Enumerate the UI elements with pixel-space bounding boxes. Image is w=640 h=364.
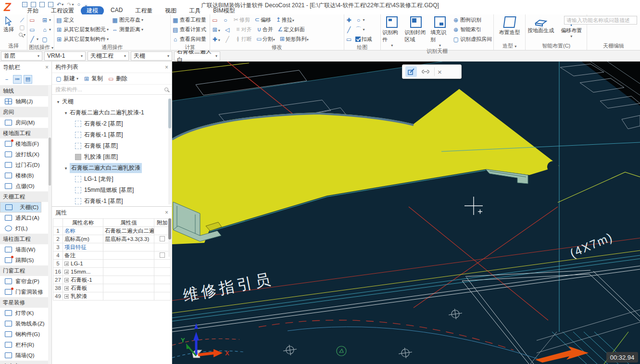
- tree-node-group1[interactable]: ▾石膏板二遍大白二遍乳胶漆-1: [52, 107, 172, 118]
- recognize-component-button[interactable]: 识别构件▾: [382, 15, 402, 48]
- draw-circle-button[interactable]: ○▾: [355, 15, 372, 25]
- nav-item-stairs[interactable]: 楼梯(B): [0, 170, 51, 181]
- draw-arc-button[interactable]: ⌒▾: [355, 25, 372, 34]
- define-button[interactable]: ▤定义: [56, 15, 109, 25]
- generate-by-floor-button[interactable]: 按地面生成: [527, 15, 555, 42]
- category-select[interactable]: 天棚工程▾: [88, 51, 129, 61]
- tree-node-ceiling[interactable]: ▾天棚: [52, 96, 172, 107]
- group-label-shape[interactable]: 造型 ▾: [495, 42, 524, 50]
- annotate-edit-button[interactable]: [405, 66, 417, 77]
- nav-close-icon[interactable]: ×: [45, 64, 49, 71]
- properties-scrollbar[interactable]: [168, 218, 171, 257]
- mirror-button[interactable]: ◁: [224, 26, 231, 33]
- virtual-room-button[interactable]: ▢识别虚拟房间: [452, 35, 492, 44]
- frame-pick-button[interactable]: ▭: [29, 25, 38, 34]
- expand-icon[interactable]: [64, 262, 69, 266]
- tree-leaf[interactable]: 石膏板-1 [基层]: [52, 129, 172, 140]
- push-pull-button[interactable]: ↥推拉▾: [275, 16, 294, 24]
- component-list-close-icon[interactable]: ×: [165, 64, 168, 71]
- delete-button[interactable]: ▭: [212, 17, 218, 24]
- tree-leaf[interactable]: 石膏板 [基层]: [52, 140, 172, 151]
- prop-row-features[interactable]: 3 项目特征: [53, 243, 171, 251]
- nav-item-partition[interactable]: 隔墙(Q): [0, 350, 51, 361]
- nav-item-skirting[interactable]: 踢脚(S): [0, 255, 51, 265]
- paste-icon[interactable]: ▢: [19, 24, 25, 31]
- nav-item-axis-grid[interactable]: 轴网(J): [0, 96, 51, 107]
- draw-point-button[interactable]: ✚: [346, 15, 352, 25]
- delete-drawing-button[interactable]: ▭: [29, 15, 38, 25]
- grid-tool-button[interactable]: ⊞▾: [41, 15, 51, 25]
- nav-item-trim-line[interactable]: 装饰线条(Z): [0, 318, 51, 329]
- component-select[interactable]: 石膏板二遍大白▾: [174, 51, 220, 61]
- expand-icon[interactable]: [64, 270, 69, 274]
- save-element-button[interactable]: ▦图元存盘▾: [112, 15, 143, 25]
- rotate-button[interactable]: ○: [222, 17, 229, 24]
- copy-component-button[interactable]: ⊞复制: [83, 75, 103, 83]
- offset-button[interactable]: ⊂偏移: [254, 16, 271, 24]
- nav-item-steel[interactable]: 钢构件(G): [0, 329, 51, 339]
- floor-select[interactable]: 首层▾: [1, 51, 42, 61]
- prop-row-lg1[interactable]: 5 LG-1: [53, 260, 171, 268]
- tree-leaf[interactable]: 15mm阻燃板 [基层]: [52, 185, 172, 196]
- view-room-quantity-button[interactable]: ⌂查看房间量: [172, 35, 206, 44]
- prop-row-gypsum[interactable]: 38 石膏板: [53, 284, 171, 292]
- select-button[interactable]: 选择: [1, 15, 16, 42]
- nav-item-light[interactable]: 灯(L): [0, 223, 51, 234]
- place-shape-button[interactable]: 布置造型: [495, 15, 524, 42]
- copy-button[interactable]: ⊞▾: [212, 26, 220, 33]
- smart-index-button[interactable]: ⊕智能索引: [452, 25, 492, 34]
- component-search[interactable]: [52, 85, 172, 95]
- nav-card-view-icon[interactable]: ▤: [24, 75, 32, 84]
- nav-scrollbar[interactable]: [48, 86, 51, 364]
- merge-button[interactable]: ∪合并: [256, 26, 273, 33]
- move-button[interactable]: ✚▾: [212, 36, 220, 43]
- fill-recognize-button[interactable]: 填充识别▾: [430, 15, 450, 48]
- align-button[interactable]: ≡对齐: [235, 26, 252, 33]
- expand-icon[interactable]: [64, 294, 69, 299]
- nav-item-opening-decor[interactable]: 门窗洞装修: [0, 287, 51, 297]
- nav-item-threshold-stone[interactable]: 过门石(D): [0, 160, 51, 170]
- copy-components-from-layer-button[interactable]: ⊞从其它层复制构件▾: [56, 35, 109, 44]
- new-component-button[interactable]: ▢新建▾: [55, 75, 78, 83]
- prop-row-15mm[interactable]: 16 15mm...: [53, 268, 171, 276]
- type-select[interactable]: 天棚▾: [131, 51, 172, 61]
- nav-item-light-strip[interactable]: 灯带(K): [0, 308, 51, 318]
- tree-node-group2-selected[interactable]: ▾石膏板二遍大白二遍乳胶漆: [52, 163, 172, 174]
- annotate-link-button[interactable]: [420, 66, 431, 77]
- function-search-input[interactable]: [564, 16, 637, 25]
- nav-item-floor[interactable]: 楼地面(F): [0, 138, 51, 149]
- pick-icon[interactable]: ⟋: [19, 17, 25, 24]
- nav-item-curtain-box[interactable]: 窗帘盒(P): [0, 276, 51, 287]
- expand-icon[interactable]: [64, 278, 69, 282]
- prop-row-elevation[interactable]: 2 底标高(m) 层底标高+3.3(3.3): [53, 235, 171, 243]
- component-search-input[interactable]: [55, 87, 151, 92]
- define-slope-button[interactable]: ∠定义斜面: [277, 26, 305, 33]
- view-quantity-button[interactable]: ▦查看工程量: [172, 15, 206, 25]
- delete-component-button[interactable]: ▭删除: [108, 75, 127, 83]
- nav-item-wall[interactable]: 墙面(W): [0, 244, 51, 255]
- batch-select-icon[interactable]: ▾: [19, 31, 25, 38]
- legend-recognize-button[interactable]: ⊕图例识别: [452, 15, 492, 25]
- attach-checkbox[interactable]: [160, 236, 165, 241]
- prop-row-gypsum1[interactable]: 27 石膏板-1: [53, 276, 171, 284]
- view-formula-button[interactable]: ▤查看计算式: [172, 25, 206, 34]
- nav-item-vent[interactable]: 通风口(A): [0, 213, 51, 223]
- page-tool-button[interactable]: ▢: [41, 35, 51, 44]
- viewport-3d[interactable]: 维修指引员 (4X7m) Y X: [172, 62, 640, 364]
- nav-item-railing[interactable]: 栏杆(R): [0, 339, 51, 350]
- group-label-sheet-ops[interactable]: 图纸操作 ▾: [29, 44, 52, 51]
- break-button[interactable]: ≬打断: [235, 36, 252, 43]
- tree-leaf[interactable]: 石膏板-1 [基层]: [52, 196, 172, 206]
- prop-row-name[interactable]: 1 名称 石膏板二遍大白二遍...: [53, 227, 171, 235]
- line-tool-button[interactable]: ╱▾: [29, 35, 38, 44]
- rect-array-button[interactable]: ⊞矩形阵列▾: [279, 36, 309, 43]
- tree-scrollbar[interactable]: [168, 99, 171, 204]
- image-tool-button[interactable]: ⌂▾: [41, 25, 51, 34]
- split-button[interactable]: ▭分割▾: [256, 36, 275, 43]
- draw-line-button[interactable]: ╱: [346, 25, 352, 34]
- trim-button[interactable]: ✂修剪: [233, 16, 250, 24]
- expand-icon[interactable]: [64, 286, 69, 290]
- draw-rect-button[interactable]: ▭: [346, 35, 352, 44]
- nav-item-border-line[interactable]: 波打线(X): [0, 149, 51, 160]
- copy-elements-from-layer-button[interactable]: ⊞从其它层复制图元▾: [56, 25, 109, 34]
